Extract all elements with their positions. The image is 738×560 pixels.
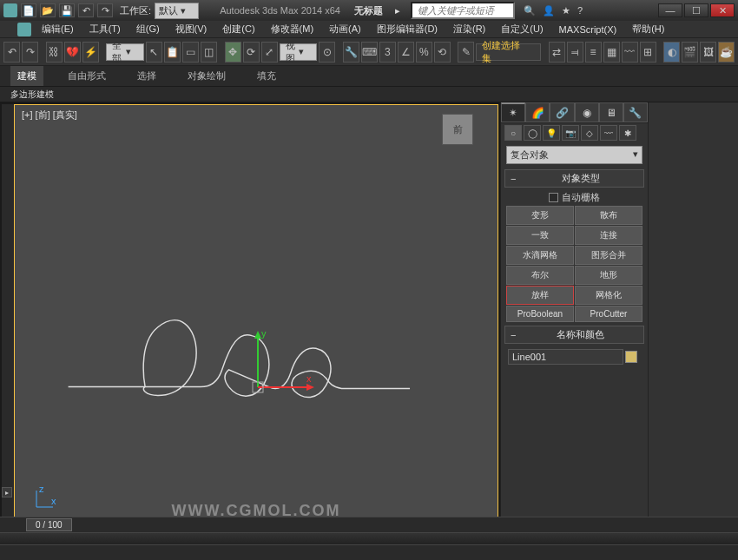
select-region-button[interactable]: ▭ [182, 42, 199, 63]
minimize-button[interactable]: — [658, 3, 682, 17]
obj-btn-terrain[interactable]: 地形 [575, 266, 642, 285]
undo-button[interactable]: ↶ [3, 42, 20, 63]
rotate-button[interactable]: ⟳ [243, 42, 260, 63]
hierarchy-panel-tab[interactable]: 🔗 [550, 102, 574, 122]
menu-grapheditors[interactable]: 图形编辑器(D) [372, 21, 443, 37]
rollout-name-color[interactable]: −名称和颜色 [504, 326, 644, 344]
rollout-object-type[interactable]: −对象类型 [504, 169, 644, 188]
menu-customize[interactable]: 自定义(U) [496, 21, 548, 37]
display-panel-tab[interactable]: 🖥 [599, 102, 623, 122]
help-icon[interactable]: ? [577, 5, 583, 16]
menu-edit[interactable]: 编辑(E) [36, 21, 79, 37]
save-icon[interactable]: 💾 [59, 3, 75, 17]
object-color-swatch[interactable] [625, 351, 637, 363]
layers-button[interactable]: ≡ [585, 42, 602, 63]
obj-btn-boolean[interactable]: 布尔 [506, 266, 574, 285]
spinner-snap-button[interactable]: ⟲ [434, 42, 451, 63]
obj-btn-procutter[interactable]: ProCutter [575, 306, 642, 322]
autogrid-checkbox[interactable] [549, 193, 558, 202]
infocenter-icon[interactable]: 🔍 [524, 5, 536, 16]
menu-group[interactable]: 组(G) [131, 21, 165, 37]
redo-button[interactable]: ↷ [22, 42, 38, 63]
render-button[interactable]: ☕ [718, 42, 735, 63]
title-play-icon[interactable]: ▸ [395, 5, 400, 16]
manipulate-button[interactable]: 🔧 [343, 42, 359, 63]
motion-panel-tab[interactable]: ◉ [575, 102, 599, 122]
scale-button[interactable]: ⤢ [261, 42, 278, 63]
schematic-view-button[interactable]: ⊞ [640, 42, 656, 63]
workspace-dropdown[interactable]: 默认 ▾ [155, 3, 199, 19]
helpers-subtab[interactable]: ◇ [581, 125, 598, 141]
app-icon[interactable] [3, 3, 17, 17]
select-object-button[interactable]: ↖ [146, 42, 162, 63]
new-icon[interactable]: 📄 [21, 3, 36, 17]
app-menu-icon[interactable] [17, 23, 31, 36]
open-icon[interactable]: 📂 [40, 3, 56, 17]
track-bar[interactable] [0, 532, 738, 544]
menu-create[interactable]: 创建(C) [217, 21, 260, 37]
signin-icon[interactable]: 👤 [543, 5, 555, 16]
obj-btn-blobmesh[interactable]: 水滴网格 [506, 246, 574, 265]
unlink-button[interactable]: 💔 [64, 42, 81, 63]
snap-toggle-button[interactable]: 3 [379, 42, 396, 63]
geometry-subtab[interactable]: ○ [504, 125, 522, 141]
graphite-button[interactable]: ▦ [603, 42, 620, 63]
ribbon-tab-modeling[interactable]: 建模 [10, 66, 43, 86]
menu-modifiers[interactable]: 修改器(M) [266, 21, 320, 37]
named-selection-dropdown[interactable]: 创建选择集 [476, 43, 541, 61]
ribbon-poly-label[interactable]: 多边形建模 [10, 89, 54, 101]
favorites-icon[interactable]: ★ [562, 5, 570, 16]
edit-named-sel-button[interactable]: ✎ [458, 42, 474, 63]
viewport-front[interactable]: 3DXY.COM [+] [前] [真实] 前 y x [14, 104, 498, 524]
bind-spacewarp-button[interactable]: ⚡ [82, 42, 99, 63]
cameras-subtab[interactable]: 📷 [562, 125, 579, 141]
link-button[interactable]: ⛓ [46, 42, 63, 63]
redo-icon[interactable]: ↷ [97, 3, 113, 17]
systems-subtab[interactable]: ✱ [619, 125, 636, 141]
close-button[interactable]: ✕ [710, 3, 735, 17]
material-editor-button[interactable]: ◐ [663, 42, 680, 63]
menu-render[interactable]: 渲染(R) [448, 21, 491, 37]
menu-view[interactable]: 视图(V) [170, 21, 213, 37]
modify-panel-tab[interactable]: 🌈 [525, 102, 550, 122]
obj-btn-scatter[interactable]: 散布 [575, 206, 642, 225]
object-name-input[interactable] [508, 349, 623, 365]
keyboard-shortcut-button[interactable]: ⌨ [361, 42, 378, 63]
undo-icon[interactable]: ↶ [78, 3, 94, 17]
menu-help[interactable]: 帮助(H) [627, 21, 669, 37]
ribbon-tab-objectpaint[interactable]: 对象绘制 [181, 66, 233, 86]
obj-btn-loft[interactable]: 放样 [506, 286, 574, 305]
ribbon-tab-freeform[interactable]: 自由形式 [61, 66, 113, 86]
render-setup-button[interactable]: 🎬 [682, 42, 698, 63]
time-slider-bar[interactable]: 0 / 100 [0, 517, 738, 532]
create-panel-tab[interactable]: ✴ [501, 102, 525, 122]
obj-btn-morph[interactable]: 变形 [506, 206, 574, 225]
obj-btn-mesher[interactable]: 网格化 [575, 286, 642, 305]
menu-maxscript[interactable]: MAXScript(X) [554, 23, 623, 36]
spacewarps-subtab[interactable]: 〰 [600, 125, 617, 141]
ref-coord-dropdown[interactable]: 视图 ▾ [280, 43, 318, 61]
ribbon-tab-populate[interactable]: 填充 [250, 66, 283, 86]
rendered-frame-button[interactable]: 🖼 [700, 42, 716, 63]
curve-editor-button[interactable]: 〰 [622, 42, 638, 63]
lights-subtab[interactable]: 💡 [543, 125, 560, 141]
percent-snap-button[interactable]: % [416, 42, 432, 63]
mirror-button[interactable]: ⇄ [549, 42, 565, 63]
time-slider[interactable]: 0 / 100 [26, 518, 72, 531]
obj-btn-connect[interactable]: 连接 [575, 226, 642, 245]
menu-tools[interactable]: 工具(T) [84, 21, 126, 37]
pivot-center-button[interactable]: ⊙ [319, 42, 335, 63]
obj-btn-proboolean[interactable]: ProBoolean [506, 306, 574, 322]
ribbon-tab-selection[interactable]: 选择 [130, 66, 163, 86]
selection-filter-dropdown[interactable]: 全部 ▾ [106, 43, 144, 61]
category-dropdown[interactable]: 复合对象▾ [506, 146, 642, 164]
utilities-panel-tab[interactable]: 🔧 [623, 102, 648, 122]
obj-btn-conform[interactable]: 一致 [506, 226, 574, 245]
align-button[interactable]: ⫤ [567, 42, 583, 63]
obj-btn-shapemerge[interactable]: 图形合并 [575, 246, 642, 265]
timeline-expand-button[interactable]: ▸ [2, 487, 12, 497]
maximize-button[interactable]: ☐ [684, 3, 708, 17]
angle-snap-button[interactable]: ∠ [398, 42, 414, 63]
search-input[interactable] [411, 2, 515, 19]
window-crossing-button[interactable]: ◫ [201, 42, 217, 63]
